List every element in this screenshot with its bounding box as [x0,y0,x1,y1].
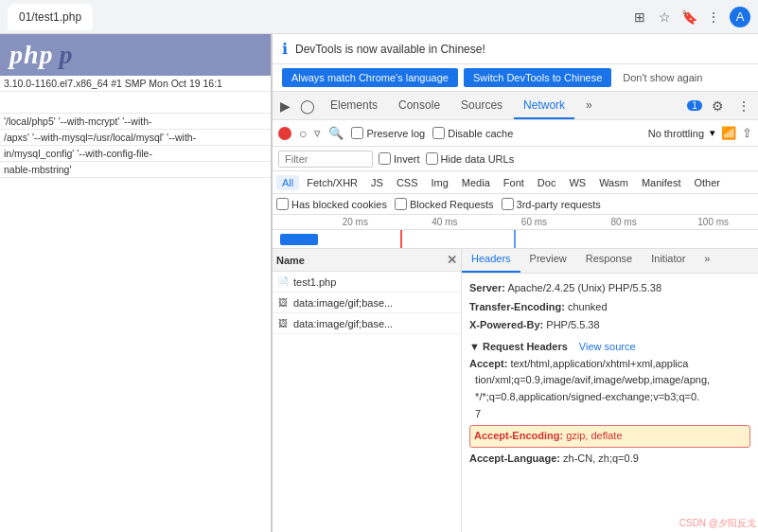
transfer-encoding-header: Transfer-Encoding: chunked [469,298,750,317]
request-item-gif1[interactable]: 🖼 data:image/gif;base... [273,293,461,313]
bookmark-icon[interactable]: 🔖 [680,9,697,26]
sys-info-row: 3.10.0-1160.el7.x86_64 #1 SMP Mon Oct 19… [0,76,271,92]
has-blocked-label[interactable]: Has blocked cookies [276,198,387,210]
headers-tab[interactable]: Headers [462,249,520,273]
hide-data-checkbox[interactable] [426,152,438,165]
preserve-log-label[interactable]: Preserve log [351,127,425,139]
filter-types-bar: All Fetch/XHR JS CSS Img Media Font Doc … [273,171,758,194]
blocked-req-label[interactable]: Blocked Requests [395,198,494,210]
timeline-blue-line [514,230,516,249]
headers-section: Headers Preview Response Initiator » Ser… [462,249,758,532]
tab-elements[interactable]: Elements [321,92,387,119]
response-tab[interactable]: Response [576,249,643,273]
grid-icon[interactable]: ⊞ [631,9,648,26]
x-powered-by-header: X-Powered-By: PHP/5.5.38 [469,316,750,335]
stop-button[interactable]: ○ [299,126,307,141]
third-party-label[interactable]: 3rd-party requests [502,198,601,210]
mobile-icon[interactable]: ◯ [296,97,319,115]
page-rows: '/local/php5' '--with-mcrypt' '--with- /… [0,98,271,178]
request-item-gif2[interactable]: 🖼 data:image/gif;base... [273,313,461,334]
throttle-dropdown-icon[interactable]: ▾ [710,127,715,139]
close-panel-icon[interactable]: ✕ [447,253,457,267]
timeline-40ms: 40 ms [400,217,490,227]
extend-icon[interactable]: ⋮ [705,9,722,26]
switch-chinese-btn[interactable]: Switch DevTools to Chinese [464,68,611,87]
has-blocked-checkbox[interactable] [276,198,289,210]
php-logo: php p [0,34,271,76]
main-area: php p 3.10.0-1160.el7.x86_64 #1 SMP Mon … [0,34,758,532]
header-tabs: Headers Preview Response Initiator » [462,249,758,274]
devtools-lang-bar: Always match Chrome's language Switch De… [273,64,758,92]
filter-css[interactable]: CSS [391,175,424,190]
dont-show-btn[interactable]: Don't show again [617,68,708,87]
browser-topbar: 01/test1.php ⊞ ☆ 🔖 ⋮ A [0,0,758,34]
filter-all[interactable]: All [276,175,299,190]
timeline-bar-area [273,230,758,249]
record-button[interactable] [278,127,291,140]
tab-title: 01/test1.php [19,10,81,24]
filter-other[interactable]: Other [688,175,726,190]
preview-tab[interactable]: Preview [520,249,576,273]
devtools-infobar: ℹ DevTools is now available in Chinese! [273,34,758,64]
cookie-filter-bar: Has blocked cookies Blocked Requests 3rd… [273,194,758,215]
more-tabs[interactable]: » [695,249,719,273]
always-match-btn[interactable]: Always match Chrome's language [282,68,458,87]
tab-more[interactable]: » [576,92,602,119]
request-list-header: Name ✕ [273,249,461,272]
request-headers-section: ▼ Request Headers View source Accept: te… [469,341,750,469]
request-headers-title: ▼ Request Headers View source [469,341,750,352]
tab-network[interactable]: Network [514,92,574,119]
filter-input[interactable] [278,151,373,168]
settings-icon[interactable]: ⚙ [708,97,728,115]
wifi-icon[interactable]: 📶 [721,126,736,140]
filter-doc[interactable]: Doc [532,175,562,190]
accept-language-header: Accept-Language: zh-CN, zh;q=0.9 [469,450,750,469]
filter-ws[interactable]: WS [563,175,591,190]
notification-badge: 1 [687,100,702,111]
invert-checkbox[interactable] [379,152,391,165]
page-row-2: /apxs' '--with-mysql=/usr/local/mysql' '… [0,130,271,146]
search-icon[interactable]: 🔍 [328,126,344,140]
timeline-80ms: 80 ms [579,217,669,227]
disable-cache-label[interactable]: Disable cache [432,127,513,139]
accept-header: Accept: text/html,application/xhtml+xml,… [469,355,750,423]
timeline-60ms: 60 ms [489,217,579,227]
tab-console[interactable]: Console [389,92,450,119]
disable-cache-checkbox[interactable] [432,127,445,139]
accept-encoding-header: Accept-Encoding: gzip, deflate [469,423,750,450]
filter-icon[interactable]: ▿ [314,126,321,140]
request-list: Name ✕ 📄 test1.php 🖼 data:image/gif;base… [273,249,462,532]
view-source-link[interactable]: View source [579,341,636,352]
filter-img[interactable]: Img [426,175,454,190]
third-party-checkbox[interactable] [502,198,514,210]
timeline-red-line [400,230,402,249]
filter-media[interactable]: Media [456,175,496,190]
initiator-tab[interactable]: Initiator [642,249,695,273]
filter-font[interactable]: Font [498,175,530,190]
filter-wasm[interactable]: Wasm [593,175,634,190]
blocked-req-checkbox[interactable] [395,198,407,210]
browser-icons: ⊞ ☆ 🔖 ⋮ A [631,7,750,27]
info-icon: ℹ [282,40,288,58]
hide-data-label[interactable]: Hide data URLs [426,152,515,165]
filter-fetch[interactable]: Fetch/XHR [301,175,363,190]
star-icon[interactable]: ☆ [656,9,673,26]
request-item-test1[interactable]: 📄 test1.php [273,272,461,293]
browser-tab[interactable]: 01/test1.php [8,4,93,30]
filter-manifest[interactable]: Manifest [636,175,687,190]
page-row-1: '/local/php5' '--with-mcrypt' '--with- [0,114,271,130]
network-options: No throttling ▾ 📶 ⇧ [648,126,752,140]
page-row-3: in/mysql_config' '--with-config-file- [0,146,271,162]
network-toolbar: ○ ▿ 🔍 Preserve log Disable cache No thro… [273,120,758,147]
page-content: php p 3.10.0-1160.el7.x86_64 #1 SMP Mon … [0,34,272,532]
cursor-icon[interactable]: ▶ [276,97,294,115]
upload-icon[interactable]: ⇧ [742,126,752,140]
filter-js[interactable]: JS [365,175,389,190]
preserve-log-checkbox[interactable] [351,127,363,139]
avatar[interactable]: A [730,7,750,27]
doc-icon: 📄 [276,275,290,289]
more-icon[interactable]: ⋮ [733,97,754,115]
tab-sources[interactable]: Sources [451,92,512,119]
invert-label[interactable]: Invert [379,152,420,165]
timeline-20ms: 20 ms [310,217,400,227]
